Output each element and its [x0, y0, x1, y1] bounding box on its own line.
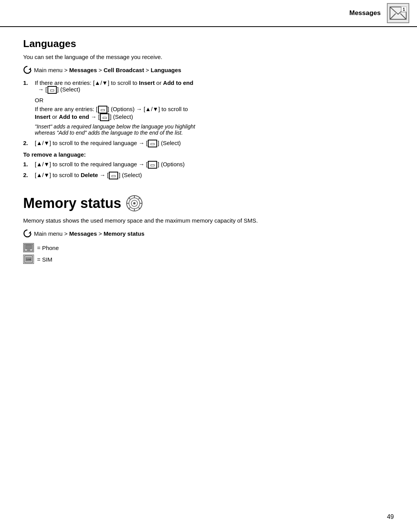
step-1-number: 1.	[23, 79, 35, 86]
or-text: OR	[35, 97, 394, 103]
main-content: Languages You can set the language of th…	[0, 27, 417, 282]
page-container: Messages 1 Languages You can set the lan…	[0, 0, 417, 532]
messages-icon-box: 1	[387, 3, 409, 23]
svg-line-14	[129, 198, 130, 199]
svg-point-18	[133, 202, 136, 204]
legend-sim: SIM = SIM	[23, 255, 394, 264]
step-2: 2. [▲/▼] to scroll to the required langu…	[23, 140, 394, 147]
memory-description: Memory status shows the used memory spac…	[23, 217, 394, 224]
remove-step-1: 1. [▲/▼] to scroll to the required langu…	[23, 161, 394, 169]
remove-section: To remove a language: 1. [▲/▼] to scroll…	[23, 151, 394, 179]
languages-nav-path: Main menu > Messages > Cell Broadcast > …	[23, 66, 394, 74]
memory-title: Memory status	[23, 195, 394, 212]
svg-text:1: 1	[403, 7, 405, 12]
step-1-italic-note: "Insert" adds a required language below …	[35, 123, 394, 136]
svg-text:SIM: SIM	[26, 258, 31, 261]
remove-title: To remove a language:	[23, 151, 394, 158]
step-1-text: If there are no entries: [▲/▼] to scroll…	[35, 79, 193, 93]
sim-legend-icon: SIM	[23, 255, 34, 264]
remove-step-2-content: [▲/▼] to scroll to Delete → [▭] (Select)	[35, 172, 394, 179]
phone-icon-svg	[24, 244, 33, 252]
remove-step-1-number: 1.	[23, 161, 35, 167]
nav-arrow-icon	[23, 66, 32, 74]
memory-icon-svg	[126, 195, 143, 212]
step-1: 1. If there are no entries: [▲/▼] to scr…	[23, 79, 394, 94]
select-key-4: ▭	[109, 172, 118, 179]
envelope-icon: 1	[390, 7, 407, 20]
svg-marker-6	[29, 68, 31, 70]
legend-phone: = Phone	[23, 243, 394, 252]
svg-line-16	[139, 198, 140, 199]
languages-intro: You can set the language of the message …	[23, 54, 394, 60]
step-2-number: 2.	[23, 140, 35, 146]
step-1-content: If there are no entries: [▲/▼] to scroll…	[35, 79, 394, 94]
svg-line-17	[129, 208, 130, 209]
remove-step-2: 2. [▲/▼] to scroll to Delete → [▭] (Sele…	[23, 172, 394, 179]
memory-nav-text: Main menu > Messages > Memory status	[34, 230, 144, 237]
memory-status-icon	[126, 195, 143, 212]
languages-nav-text: Main menu > Messages > Cell Broadcast > …	[34, 67, 181, 73]
memory-nav-arrow-icon	[23, 229, 32, 238]
remove-step-1-content: [▲/▼] to scroll to the required language…	[35, 161, 394, 169]
svg-rect-22	[27, 250, 30, 250]
select-key-2: ▭	[100, 113, 109, 121]
step-1-alt: If there are any entries: [▭] (Options) …	[35, 106, 394, 121]
svg-rect-21	[25, 245, 32, 249]
phone-legend-icon	[23, 243, 34, 252]
phone-legend-label: = Phone	[37, 245, 59, 251]
remove-step-2-number: 2.	[23, 172, 35, 178]
options-key: ▭	[98, 106, 107, 113]
memory-status-section: Memory status	[23, 195, 394, 264]
languages-section: Languages You can set the language of th…	[23, 38, 394, 179]
page-number: 49	[387, 513, 394, 520]
sim-icon-svg: SIM	[24, 255, 33, 263]
select-key-1: ▭	[47, 86, 57, 94]
memory-nav-path: Main menu > Messages > Memory status	[23, 229, 394, 238]
step-2-content: [▲/▼] to scroll to the required language…	[35, 140, 394, 147]
svg-marker-19	[29, 231, 31, 233]
select-key-3: ▭	[148, 140, 157, 147]
options-key-2: ▭	[148, 161, 157, 169]
svg-line-15	[139, 208, 140, 209]
languages-title: Languages	[23, 38, 394, 50]
memory-title-text: Memory status	[23, 195, 121, 211]
sim-legend-label: = SIM	[37, 256, 53, 263]
header-title: Messages	[349, 9, 381, 17]
header-bar: Messages 1	[0, 0, 417, 27]
